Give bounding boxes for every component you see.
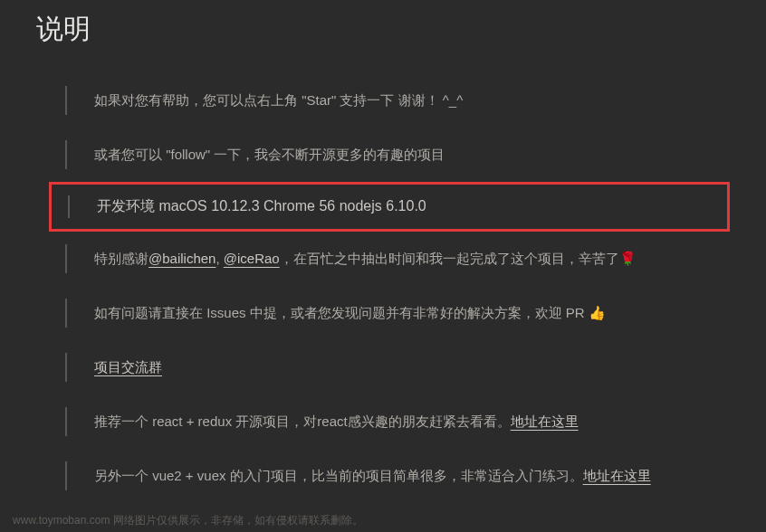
list-item: 推荐一个 react + redux 开源项目，对react感兴趣的朋友赶紧去看… xyxy=(65,394,730,449)
follow-text: 或者您可以 "follow" 一下，我会不断开源更多的有趣的项目 xyxy=(94,147,445,162)
highlighted-item: 开发环境 macOS 10.12.3 Chrome 56 nodejs 6.10… xyxy=(49,182,730,232)
react-project-text: 推荐一个 react + redux 开源项目，对react感兴趣的朋友赶紧去看… xyxy=(94,413,511,429)
project-group-link[interactable]: 项目交流群 xyxy=(94,359,162,375)
react-project-link[interactable]: 地址在这里 xyxy=(511,413,579,429)
contributor-link-bailichen[interactable]: @bailichen xyxy=(148,251,215,266)
description-list: 如果对您有帮助，您可以点右上角 "Star" 支持一下 谢谢！ ^_^ 或者您可… xyxy=(36,73,730,503)
help-star-text: 如果对您有帮助，您可以点右上角 "Star" 支持一下 谢谢！ ^_^ xyxy=(94,92,463,108)
thanks-prefix: 特别感谢 xyxy=(94,251,148,266)
list-item: 另外一个 vue2 + vuex 的入门项目，比当前的项目简单很多，非常适合入门… xyxy=(65,449,730,503)
watermark-footer: www.toymoban.com 网络图片仅供展示，非存储，如有侵权请联系删除。 xyxy=(13,513,363,528)
list-item: 特别感谢@bailichen, @iceRao，在百忙之中抽出时间和我一起完成了… xyxy=(65,232,730,286)
vue-project-link[interactable]: 地址在这里 xyxy=(583,468,651,483)
thumbs-up-icon: 👍 xyxy=(589,305,606,320)
rose-icon: 🌹 xyxy=(619,251,637,266)
list-item: 如果对您有帮助，您可以点右上角 "Star" 支持一下 谢谢！ ^_^ xyxy=(65,73,730,128)
vue-project-text: 另外一个 vue2 + vuex 的入门项目，比当前的项目简单很多，非常适合入门… xyxy=(94,468,583,483)
list-item: 如有问题请直接在 Issues 中提，或者您发现问题并有非常好的解决方案，欢迎 … xyxy=(65,286,730,340)
contributor-link-icerao[interactable]: @iceRao xyxy=(224,251,280,266)
thanks-suffix: ，在百忙之中抽出时间和我一起完成了这个项目，辛苦了 xyxy=(280,251,619,266)
dev-env-text: 开发环境 macOS 10.12.3 Chrome 56 nodejs 6.10… xyxy=(97,198,426,214)
list-item: 或者您可以 "follow" 一下，我会不断开源更多的有趣的项目 xyxy=(65,128,730,182)
thanks-mid: , xyxy=(215,251,223,266)
list-item: 项目交流群 xyxy=(65,340,730,394)
page-title: 说明 xyxy=(36,11,730,48)
issues-text: 如有问题请直接在 Issues 中提，或者您发现问题并有非常好的解决方案，欢迎 … xyxy=(94,305,589,320)
